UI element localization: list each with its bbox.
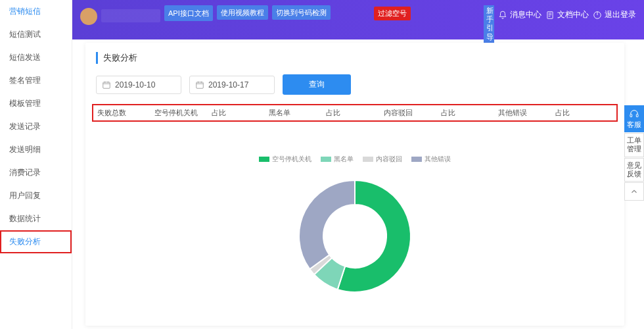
rail-service[interactable]: 客服 <box>624 105 644 132</box>
th-ratio-1: 占比 <box>212 108 269 118</box>
svg-rect-2 <box>103 82 110 88</box>
calendar-icon <box>195 80 204 89</box>
svg-rect-3 <box>196 82 204 88</box>
message-center-label: 消息中心 <box>510 9 541 20</box>
doc-center-label: 文档中心 <box>557 9 589 20</box>
th-ratio-3: 占比 <box>441 108 498 118</box>
power-icon <box>593 11 602 20</box>
donut-chart <box>85 170 624 302</box>
th-other-error: 其他错误 <box>498 108 555 118</box>
main-card: 失败分析 2019-10-10 2019-10-17 查询 失败总数 空号停机关… <box>85 43 624 326</box>
th-empty-stop: 空号停机关机 <box>154 108 212 118</box>
calendar-icon <box>102 80 111 89</box>
bell-icon <box>498 11 507 20</box>
date-to-value: 2019-10-17 <box>208 80 248 89</box>
rail-service-label: 客服 <box>627 120 641 128</box>
table-row <box>85 122 624 148</box>
chevron-up-icon <box>630 187 639 196</box>
legend-label: 内容驳回 <box>376 155 402 164</box>
rail-back-to-top[interactable] <box>624 182 644 201</box>
sidebar-item-fail-analysis[interactable]: 失败分析 <box>0 230 72 253</box>
avatar[interactable] <box>80 8 97 25</box>
sidebar-item-sms-send[interactable]: 短信发送 <box>0 46 72 69</box>
sidebar-item-sign-manage[interactable]: 签名管理 <box>0 69 72 92</box>
sidebar-item-user-reply[interactable]: 用户回复 <box>0 184 72 207</box>
th-content-reject: 内容驳回 <box>384 108 441 118</box>
donut-svg <box>289 170 421 302</box>
legend-swatch <box>363 157 373 162</box>
th-ratio-2: 占比 <box>326 108 383 118</box>
sidebar: 营销短信 短信测试 短信发送 签名管理 模板管理 发送记录 发送明细 消费记录 … <box>0 0 72 329</box>
header: API接口文档 使用视频教程 切换到号码检测 过滤空号 新手引导 消息中心 文档… <box>72 0 644 39</box>
page-title: 失败分析 <box>96 52 614 64</box>
th-ratio-4: 占比 <box>555 108 612 118</box>
query-button[interactable]: 查询 <box>283 74 351 95</box>
legend-swatch <box>321 157 331 162</box>
legend-item-other: 其他错误 <box>411 155 451 164</box>
date-to-input[interactable]: 2019-10-17 <box>189 76 275 94</box>
chart-legend: 空号停机关机 黑名单 内容驳回 其他错误 <box>85 155 624 164</box>
sidebar-item-send-record[interactable]: 发送记录 <box>0 115 72 138</box>
svg-rect-4 <box>630 114 632 117</box>
api-doc-button[interactable]: API接口文档 <box>164 5 213 21</box>
doc-icon <box>545 11 555 20</box>
legend-label: 黑名单 <box>334 155 354 164</box>
svg-rect-5 <box>636 114 638 117</box>
rail-feedback[interactable]: 意见反馈 <box>624 158 644 182</box>
th-fail-total: 失败总数 <box>97 108 154 118</box>
date-from-input[interactable]: 2019-10-10 <box>96 76 181 94</box>
legend-item-blacklist: 黑名单 <box>321 155 354 164</box>
th-blacklist: 黑名单 <box>269 108 326 118</box>
sidebar-item-marketing-sms[interactable]: 营销短信 <box>0 0 72 23</box>
table-header-highlight: 失败总数 空号停机关机 占比 黑名单 占比 内容驳回 占比 其他错误 占比 <box>92 104 618 122</box>
logout-link[interactable]: 退出登录 <box>593 9 636 20</box>
sidebar-item-send-detail[interactable]: 发送明细 <box>0 138 72 161</box>
table-header: 失败总数 空号停机关机 占比 黑名单 占比 内容驳回 占比 其他错误 占比 <box>97 108 612 118</box>
headset-icon <box>629 109 639 119</box>
video-tutorial-button[interactable]: 使用视频教程 <box>217 5 268 20</box>
rail-ticket[interactable]: 工单管理 <box>624 133 644 157</box>
sidebar-item-sms-test[interactable]: 短信测试 <box>0 23 72 46</box>
switch-number-check-button[interactable]: 切换到号码检测 <box>272 5 331 20</box>
doc-center-link[interactable]: 文档中心 <box>545 9 589 20</box>
filter-row: 2019-10-10 2019-10-17 查询 <box>85 70 624 104</box>
right-rail: 客服 工单管理 意见反馈 <box>624 105 644 201</box>
legend-item-empty: 空号停机关机 <box>259 155 311 164</box>
legend-item-reject: 内容驳回 <box>363 155 402 164</box>
svg-rect-0 <box>547 11 553 18</box>
beginner-guide-tag[interactable]: 新手引导 <box>484 5 494 43</box>
date-from-value: 2019-10-10 <box>115 80 155 89</box>
filter-empty-tag[interactable]: 过滤空号 <box>374 7 411 20</box>
message-center-link[interactable]: 消息中心 <box>498 9 541 20</box>
legend-swatch <box>259 157 269 162</box>
user-name-placeholder <box>101 9 160 22</box>
legend-label: 空号停机关机 <box>272 155 311 164</box>
sidebar-item-template-manage[interactable]: 模板管理 <box>0 92 72 115</box>
sidebar-item-data-stats[interactable]: 数据统计 <box>0 207 72 230</box>
logout-label: 退出登录 <box>605 9 636 20</box>
sidebar-item-consume-record[interactable]: 消费记录 <box>0 161 72 184</box>
legend-swatch <box>411 157 422 162</box>
legend-label: 其他错误 <box>425 155 451 164</box>
